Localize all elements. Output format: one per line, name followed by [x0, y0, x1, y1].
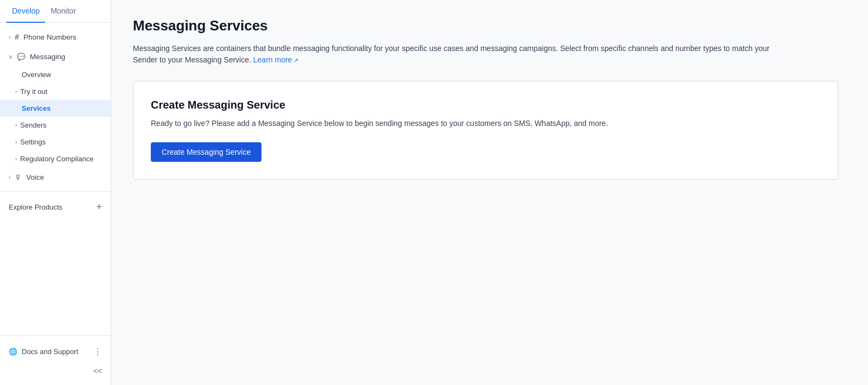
- explore-products[interactable]: Explore Products +: [0, 196, 111, 218]
- page-title: Messaging Services: [133, 17, 846, 34]
- chevron-down-icon: ∨: [9, 54, 12, 60]
- chevron-right-icon: ›: [9, 34, 10, 40]
- tab-develop[interactable]: Develop: [7, 0, 45, 23]
- sidebar: Develop Monitor › Phone Numbers ∨ Messag…: [0, 0, 111, 385]
- sidebar-item-regulatory-compliance[interactable]: › Regulatory Compliance: [0, 150, 111, 167]
- settings-label: Settings: [20, 138, 46, 146]
- docs-support-label: Docs and Support: [22, 348, 78, 356]
- create-messaging-service-button[interactable]: Create Messaging Service: [151, 142, 261, 162]
- regulatory-compliance-label: Regulatory Compliance: [20, 155, 93, 163]
- collapse-icon: <<: [93, 367, 102, 375]
- hash-icon: [15, 33, 19, 41]
- sidebar-item-overview[interactable]: Overview: [0, 66, 111, 83]
- divider: [0, 191, 111, 192]
- sidebar-item-senders[interactable]: › Senders: [0, 117, 111, 134]
- sidebar-item-services[interactable]: Services: [0, 100, 111, 117]
- explore-products-label: Explore Products: [9, 203, 62, 211]
- sidebar-nav: › Phone Numbers ∨ Messaging Overview › T…: [0, 23, 111, 335]
- create-service-card: Create Messaging Service Ready to go liv…: [133, 81, 838, 180]
- chevron-right-icon-voice: ›: [9, 174, 10, 180]
- docs-support[interactable]: Docs and Support ⋮: [0, 341, 111, 362]
- collapse-button[interactable]: <<: [0, 362, 111, 380]
- try-it-out-label: Try it out: [20, 87, 47, 96]
- external-link-icon: ↗: [292, 57, 298, 64]
- chat-icon: [17, 52, 25, 61]
- sidebar-item-try-it-out[interactable]: › Try it out: [0, 83, 111, 100]
- sidebar-bottom: Docs and Support ⋮ <<: [0, 335, 111, 385]
- sidebar-item-settings[interactable]: › Settings: [0, 134, 111, 150]
- more-options-icon[interactable]: ⋮: [93, 346, 102, 357]
- sidebar-tabs: Develop Monitor: [0, 0, 111, 23]
- messaging-label: Messaging: [30, 53, 65, 61]
- page-description-text: Messaging Services are containers that b…: [133, 44, 770, 64]
- voice-icon: [15, 173, 22, 181]
- services-label: Services: [22, 104, 51, 112]
- tab-monitor[interactable]: Monitor: [45, 0, 81, 23]
- card-title: Create Messaging Service: [151, 99, 820, 111]
- globe-icon: [9, 348, 17, 356]
- phone-numbers-label: Phone Numbers: [23, 33, 76, 41]
- senders-label: Senders: [20, 121, 46, 129]
- chevron-right-icon-senders: ›: [15, 122, 17, 128]
- sidebar-item-phone-numbers[interactable]: › Phone Numbers: [0, 27, 111, 47]
- learn-more-link[interactable]: Learn more ↗: [253, 55, 299, 64]
- chevron-right-icon-regulatory: ›: [15, 156, 17, 162]
- main-content: Messaging Services Messaging Services ar…: [111, 0, 868, 385]
- overview-label: Overview: [22, 71, 51, 79]
- chevron-right-icon-tryitout: ›: [15, 89, 17, 94]
- page-description: Messaging Services are containers that b…: [133, 43, 784, 66]
- chevron-right-icon-settings: ›: [15, 139, 17, 145]
- voice-label: Voice: [26, 173, 44, 181]
- sidebar-item-voice[interactable]: › Voice: [0, 167, 111, 187]
- sidebar-item-messaging[interactable]: ∨ Messaging: [0, 47, 111, 66]
- card-description: Ready to go live? Please add a Messaging…: [151, 118, 820, 129]
- plus-icon: +: [96, 201, 102, 213]
